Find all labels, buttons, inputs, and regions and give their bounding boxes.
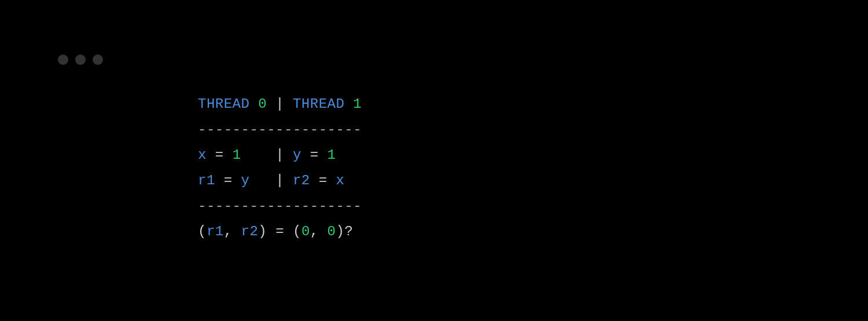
var-y2: y: [241, 173, 250, 188]
header-line: THREAD 0 | THREAD 1: [198, 92, 362, 117]
result-r2: r2: [241, 224, 259, 239]
var-x2: x: [336, 173, 345, 188]
window-dot-1: [58, 54, 68, 65]
window-dot-2: [75, 54, 86, 65]
result-line: (r1, r2) = (0, 0)?: [198, 219, 362, 245]
result-zero2: 0: [328, 224, 336, 239]
thread1-label: THREAD: [293, 96, 344, 112]
divider-1: -------------------: [198, 117, 362, 143]
code-block: THREAD 0 | THREAD 1 ------------------- …: [198, 92, 362, 245]
thread0-num: 0: [258, 96, 267, 112]
row-2: r1 = y | r2 = x: [198, 168, 362, 194]
result-r1: r1: [207, 224, 224, 239]
var-y: y: [293, 147, 301, 163]
thread1-num: 1: [353, 96, 362, 112]
val-1b: 1: [328, 147, 336, 163]
header-sep: |: [275, 96, 284, 112]
var-r1: r1: [198, 173, 215, 188]
row-1: x = 1 | y = 1: [198, 143, 362, 168]
window-dot-3: [93, 54, 103, 65]
divider-2: -------------------: [198, 194, 362, 219]
thread0-label: THREAD: [198, 96, 249, 112]
window-controls: [58, 54, 103, 65]
result-zero1: 0: [301, 224, 310, 239]
var-x: x: [198, 147, 207, 163]
var-r2: r2: [293, 173, 310, 188]
val-1a: 1: [233, 147, 241, 163]
